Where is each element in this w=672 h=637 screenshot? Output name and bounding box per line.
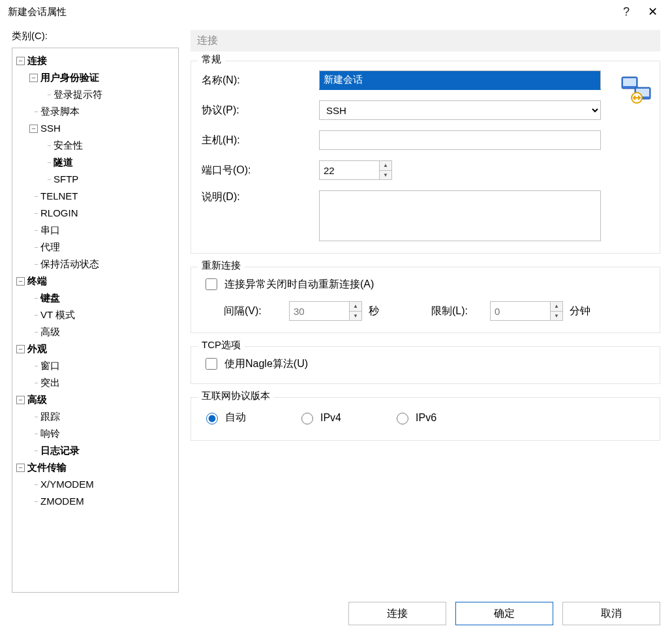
tree-item-ssh[interactable]: SSH: [39, 120, 62, 137]
tree-item-proxy[interactable]: 代理: [39, 239, 61, 256]
spin-down-icon: ▼: [551, 312, 562, 321]
group-ipversion: 互联网协议版本 自动 IPv4 IPv6: [191, 397, 660, 441]
expander-icon[interactable]: −: [16, 464, 25, 472]
interval-suffix: 秒: [369, 304, 379, 318]
interval-label: 间隔(V):: [224, 304, 283, 318]
tree-item-tunnel[interactable]: 隧道: [52, 154, 74, 171]
expander-icon[interactable]: −: [29, 125, 38, 133]
tree-item-log[interactable]: 日志记录: [39, 442, 81, 459]
tree-item-terminal[interactable]: 终端: [26, 273, 48, 289]
tree-item-login-prompt[interactable]: 登录提示符: [52, 86, 104, 103]
close-icon[interactable]: ✕: [639, 5, 665, 19]
host-input[interactable]: [319, 130, 601, 150]
tree-item-advanced[interactable]: 高级: [26, 391, 48, 408]
group-general: 常规 名称(N): 协议(P): SSH 主机(H):: [191, 61, 660, 254]
cancel-button[interactable]: 取消: [562, 602, 660, 625]
auto-reconnect-checkbox[interactable]: [206, 278, 217, 290]
limit-stepper: ▲▼: [490, 301, 563, 321]
connect-button[interactable]: 连接: [348, 602, 446, 625]
spin-down-icon: ▼: [350, 312, 361, 321]
ipv6-radio[interactable]: [397, 413, 408, 424]
tree-item-term-advanced[interactable]: 高级: [39, 323, 61, 340]
expander-icon[interactable]: −: [29, 74, 38, 82]
protocol-select[interactable]: SSH: [319, 100, 601, 120]
ip-auto-radio[interactable]: [206, 413, 218, 424]
spin-up-icon: ▲: [551, 302, 562, 312]
host-label: 主机(H):: [202, 134, 319, 147]
tree-item-highlight[interactable]: 突出: [39, 374, 61, 391]
desc-label: 说明(D):: [202, 190, 319, 204]
ipv6-label: IPv6: [416, 412, 436, 424]
tree-item-trace[interactable]: 跟踪: [39, 408, 61, 425]
panel-title: 连接: [191, 30, 660, 52]
ipv4-label: IPv4: [320, 412, 341, 424]
category-tree[interactable]: −连接 −用户身份验证 登录提示符 登录脚本 −SSH 安全性 隧道: [12, 48, 179, 593]
spin-up-icon[interactable]: ▲: [380, 161, 391, 171]
dialog-footer: 连接 确定 取消: [12, 593, 660, 637]
group-legend: 重新连接: [198, 259, 245, 272]
spin-down-icon[interactable]: ▼: [380, 171, 391, 180]
tree-item-sftp[interactable]: SFTP: [52, 171, 80, 188]
tree-item-appearance[interactable]: 外观: [26, 340, 48, 357]
auto-reconnect-label: 连接异常关闭时自动重新连接(A): [224, 278, 374, 291]
interval-stepper: ▲▼: [289, 301, 362, 321]
group-reconnect: 重新连接 连接异常关闭时自动重新连接(A) 间隔(V): ▲▼ 秒 限制(L):…: [191, 267, 660, 333]
window-title: 新建会话属性: [8, 6, 613, 18]
tree-item-connection[interactable]: 连接: [26, 52, 48, 69]
tree-item-security[interactable]: 安全性: [52, 137, 84, 154]
ip-auto-label: 自动: [225, 411, 246, 424]
spin-up-icon: ▲: [350, 302, 361, 312]
port-input[interactable]: [319, 160, 379, 180]
limit-suffix: 分钟: [570, 304, 590, 318]
expander-icon[interactable]: −: [16, 57, 25, 65]
group-legend: 常规: [198, 53, 225, 66]
tree-item-serial[interactable]: 串口: [39, 222, 61, 239]
tree-item-xymodem[interactable]: X/YMODEM: [39, 476, 95, 493]
tree-item-keepalive[interactable]: 保持活动状态: [39, 256, 100, 273]
expander-icon[interactable]: −: [16, 396, 25, 404]
group-legend: TCP选项: [198, 339, 245, 351]
ipv4-radio[interactable]: [301, 413, 313, 424]
group-legend: 互联网协议版本: [198, 390, 274, 402]
tree-item-window[interactable]: 窗口: [39, 357, 61, 374]
connection-icon: [619, 73, 654, 108]
limit-label: 限制(L):: [431, 304, 483, 318]
tree-item-zmodem[interactable]: ZMODEM: [39, 493, 85, 510]
limit-input: [490, 301, 550, 321]
tree-item-telnet[interactable]: TELNET: [39, 188, 80, 205]
nagle-label: 使用Nagle算法(U): [224, 357, 308, 371]
interval-input: [289, 301, 349, 321]
nagle-checkbox[interactable]: [206, 358, 217, 370]
titlebar: 新建会话属性 ? ✕: [0, 0, 672, 23]
port-label: 端口号(O):: [202, 164, 319, 177]
ok-button[interactable]: 确定: [455, 602, 553, 625]
help-icon[interactable]: ?: [613, 5, 639, 19]
tree-item-bell[interactable]: 响铃: [39, 425, 61, 442]
expander-icon[interactable]: −: [16, 277, 25, 286]
category-label: 类别(C):: [12, 30, 179, 42]
tree-item-transfer[interactable]: 文件传输: [26, 459, 68, 476]
tree-item-vt[interactable]: VT 模式: [39, 306, 76, 323]
name-label: 名称(N):: [202, 74, 319, 87]
tree-item-keyboard[interactable]: 键盘: [39, 289, 61, 306]
name-input[interactable]: [319, 70, 601, 90]
group-tcp: TCP选项 使用Nagle算法(U): [191, 346, 660, 384]
tree-item-login-script[interactable]: 登录脚本: [39, 103, 81, 120]
port-stepper[interactable]: ▲▼: [319, 160, 392, 180]
tree-item-rlogin[interactable]: RLOGIN: [39, 205, 80, 222]
svg-rect-1: [623, 78, 636, 86]
tree-item-auth[interactable]: 用户身份验证: [39, 69, 100, 86]
protocol-label: 协议(P):: [202, 104, 319, 117]
expander-icon[interactable]: −: [16, 345, 25, 353]
description-textarea[interactable]: [319, 190, 601, 241]
